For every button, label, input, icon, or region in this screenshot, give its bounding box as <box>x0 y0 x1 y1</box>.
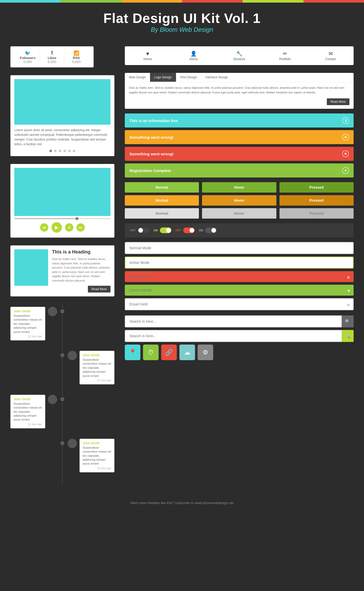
social-stats-widget: 🐦 Followers 6,000 f Likes 6,000 📶 RSS 6,… <box>10 46 94 67</box>
dot-2[interactable] <box>54 150 57 152</box>
btn-pressed-gray[interactable]: Pressed <box>280 208 354 219</box>
rss-count: 6,000 <box>64 60 88 64</box>
icon-tile-cloud[interactable]: ☁ <box>179 345 195 360</box>
about-label: About <box>173 57 214 61</box>
toggle-on-2: ON <box>199 227 217 233</box>
top-color-bar <box>0 0 364 3</box>
dot-5[interactable] <box>68 150 71 152</box>
twitter-icon: 🐦 <box>16 50 40 56</box>
icon-tile-link[interactable]: 🔗 <box>161 345 177 360</box>
nav-about[interactable]: 👤 About <box>171 49 216 62</box>
main-content: 🐦 Followers 6,000 f Likes 6,000 📶 RSS 6,… <box>0 46 364 485</box>
video-controls: ⏮ ▶ ⏸ ⏭ <box>14 221 110 234</box>
bar-orange <box>121 0 182 3</box>
icon-tile-location[interactable]: 📍 <box>125 345 140 360</box>
social-rss: 📶 RSS 6,000 <box>64 50 88 64</box>
btn-normal-orange[interactable]: Normal <box>125 195 199 206</box>
toggle-switch-1[interactable] <box>138 227 149 233</box>
success-icon: ♥ <box>342 167 349 174</box>
search-input-2[interactable] <box>125 330 354 342</box>
btn-hover-orange[interactable]: Hover <box>202 195 276 206</box>
home-label: Home <box>127 57 168 61</box>
active-mode-input[interactable] <box>125 257 354 269</box>
nav-portfolio[interactable]: ✏ Portfolio <box>262 49 308 62</box>
tab-read-more: Read More <box>125 98 354 109</box>
success-mode-input[interactable] <box>125 285 354 296</box>
btn-normal-gray[interactable]: Normal <box>125 208 199 219</box>
active-field-container <box>125 257 354 271</box>
error-field-container: ✕ <box>125 271 354 285</box>
search-button-1[interactable]: 🔍 <box>342 315 354 327</box>
btn-row-gray: Normal Hover Pressed <box>125 208 354 219</box>
blog-read-more-button[interactable]: Read More <box>88 286 110 293</box>
toggle-knob-4 <box>211 228 216 233</box>
nav-services[interactable]: 🔧 Services <box>216 49 262 62</box>
social-twitter: 🐦 Followers 6,000 <box>16 50 40 64</box>
nav-bar: ♥ Home 👤 About 🔧 Services ✏ Portfolio ✉ … <box>125 46 354 65</box>
settings-icon: ⚙ <box>203 349 208 356</box>
btn-pressed-orange[interactable]: Pressed <box>280 195 354 206</box>
blog-text: Duis ac mattis sem. Sed eu sodales lacus… <box>52 257 110 283</box>
timeline-name-3: John Smith <box>14 397 42 401</box>
timeline-avatar-3 <box>48 395 57 404</box>
nav-home[interactable]: ♥ Home <box>125 49 171 62</box>
timeline-text-3: Suspendisse consectetur massa vel leo vu… <box>14 402 42 422</box>
toggle-switch-4[interactable] <box>205 227 217 233</box>
tab-print-design[interactable]: Print Design <box>176 73 201 82</box>
alert-success-text: Registration Complete <box>129 168 171 173</box>
buttons-section: Normal Hover Pressed Normal Hover Presse… <box>125 182 354 219</box>
pause-button[interactable]: ⏸ <box>65 223 73 232</box>
timeline: John Smith Suspendisse consectetur massa… <box>10 304 114 485</box>
timeline-name-4: John Smith <box>83 441 111 445</box>
info-icon: ℹ <box>342 117 349 124</box>
toggles-section: OFF ON OFF ON <box>125 223 354 237</box>
timeline-card-2: John Smith Suspendisse consectetur massa… <box>80 351 114 384</box>
icon-tile-settings[interactable]: ⚙ <box>198 345 213 360</box>
rewind-button[interactable]: ⏮ <box>40 223 48 232</box>
toggle-switch-2[interactable] <box>160 227 171 233</box>
dot-4[interactable] <box>63 150 66 152</box>
followers-count: 6,000 <box>16 60 40 64</box>
success-field-container: ♥ <box>125 285 354 298</box>
play-button[interactable]: ▶ <box>51 222 62 233</box>
timeline-text-2: Suspendisse consectetur massa vel leo vu… <box>83 358 111 378</box>
tab-content: Duis ac mattis sem. Sed eu sodales lacus… <box>125 82 354 98</box>
fastforward-button[interactable]: ⏭ <box>76 223 85 232</box>
normal-mode-input[interactable] <box>125 242 354 254</box>
clock-icon: ⏱ <box>148 349 154 356</box>
tab-read-more-button[interactable]: Read More <box>327 98 349 105</box>
icon-tile-clock[interactable]: ⏱ <box>143 345 159 360</box>
nav-contact[interactable]: ✉ Contact <box>308 49 354 62</box>
blog-card: This is a Heading Duis ac mattis sem. Se… <box>10 245 114 296</box>
dot-1[interactable] <box>49 150 52 152</box>
email-field-input[interactable] <box>125 298 354 310</box>
video-progress-fill <box>14 218 77 219</box>
toggle-on-label-2: ON <box>199 229 203 232</box>
dot-3[interactable] <box>59 150 61 152</box>
toggle-switch-3[interactable] <box>183 227 195 233</box>
search-input-1[interactable] <box>125 315 354 327</box>
alerts-section: This is an information box ℹ Something w… <box>125 113 354 177</box>
error-mode-input[interactable] <box>125 271 354 282</box>
portfolio-icon: ✏ <box>265 50 305 57</box>
warning-icon: ✕ <box>342 134 349 141</box>
slider-text: Lorem ipsum dolor sit amet, consectetur … <box>14 128 110 147</box>
btn-normal-green[interactable]: Normal <box>125 182 199 193</box>
dot-6[interactable] <box>73 150 75 152</box>
location-icon: 📍 <box>129 349 136 356</box>
left-column: 🐦 Followers 6,000 f Likes 6,000 📶 RSS 6,… <box>10 46 114 485</box>
search-button-2[interactable]: 🔍 <box>342 330 354 342</box>
blog-heading: This is a Heading <box>52 249 110 255</box>
tab-interface-design[interactable]: Interface Design <box>201 73 232 82</box>
timeline-card-1: John Smith Suspendisse consectetur massa… <box>10 307 45 340</box>
tab-web-design[interactable]: Web Design <box>125 73 150 82</box>
btn-hover-green[interactable]: Hover <box>202 182 276 193</box>
btn-pressed-green[interactable]: Pressed <box>280 182 354 193</box>
video-progress-bar[interactable] <box>14 218 110 219</box>
tab-logo-design[interactable]: Logo Design <box>150 73 176 82</box>
btn-hover-gray[interactable]: Hover <box>202 208 276 219</box>
timeline-dot-1 <box>61 309 64 313</box>
timeline-time-2: 12 mins ago <box>83 379 111 382</box>
slider-dots <box>14 150 110 152</box>
search-field-1-container: 🔍 <box>125 315 354 327</box>
